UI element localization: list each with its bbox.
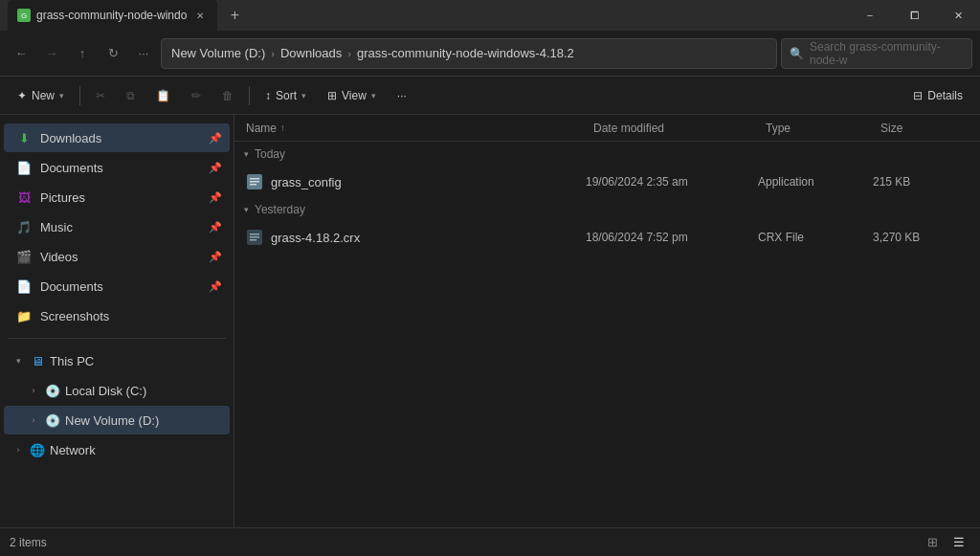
svg-rect-2 bbox=[250, 181, 259, 183]
grass-crx-size: 3,270 KB bbox=[873, 231, 969, 244]
new-volume-expand-icon: › bbox=[27, 413, 40, 427]
address-box[interactable]: New Volume (D:) › Downloads › grass-comm… bbox=[161, 38, 777, 69]
file-row-grass-config[interactable]: grass_config 19/06/2024 2:35 am Applicat… bbox=[238, 167, 976, 196]
cut-button[interactable]: ✂ bbox=[86, 81, 115, 110]
tab-close-button[interactable]: ✕ bbox=[192, 8, 208, 23]
sidebar-label-network: Network bbox=[50, 443, 222, 457]
status-item-count: 2 items bbox=[10, 536, 47, 549]
breadcrumb-folder[interactable]: grass-community-node-windows-4.18.2 bbox=[357, 46, 574, 60]
copy-icon: ⧉ bbox=[126, 89, 135, 102]
sidebar-local-disk[interactable]: › 💿 Local Disk (C:) bbox=[4, 376, 230, 405]
sidebar-pin-documents: 📌 bbox=[209, 162, 222, 174]
forward-button[interactable]: → bbox=[38, 40, 65, 67]
sidebar-divider bbox=[8, 338, 226, 339]
breadcrumb-new-volume[interactable]: New Volume (D:) bbox=[171, 46, 265, 60]
tab-area: G grass-community-node-windo ✕ + bbox=[8, 0, 848, 31]
sidebar-label-documents2: Documents bbox=[40, 279, 201, 294]
col-size-header: Size bbox=[877, 118, 972, 139]
minimize-button[interactable]: − bbox=[848, 0, 892, 31]
sidebar-label-pictures: Pictures bbox=[40, 190, 201, 205]
status-view-controls: ⊞ ☰ bbox=[921, 532, 970, 553]
svg-rect-7 bbox=[250, 239, 256, 241]
new-button[interactable]: ✦ New ▾ bbox=[8, 81, 74, 110]
back-button[interactable]: ← bbox=[8, 40, 34, 67]
toolbar: ✦ New ▾ ✂ ⧉ 📋 ✏ 🗑 ↕ Sort ▾ ⊞ View ▾ ··· … bbox=[0, 77, 980, 115]
svg-rect-6 bbox=[250, 236, 259, 238]
details-icon: ⊟ bbox=[913, 89, 923, 102]
more-button[interactable]: ··· bbox=[388, 81, 416, 110]
paste-button[interactable]: 📋 bbox=[146, 81, 180, 110]
grid-view-button[interactable]: ⊞ bbox=[921, 532, 944, 553]
maximize-button[interactable]: ⧠ bbox=[892, 0, 936, 31]
sidebar-item-downloads[interactable]: ⬇ Downloads 📌 bbox=[4, 123, 230, 152]
sidebar-label-new-volume: New Volume (D:) bbox=[65, 413, 222, 428]
rename-button[interactable]: ✏ bbox=[182, 81, 211, 110]
sort-arrow: ▾ bbox=[301, 91, 306, 100]
recent-button[interactable]: ··· bbox=[130, 40, 157, 67]
main-layout: ⬇ Downloads 📌 📄 Documents 📌 🖼 Pictures 📌… bbox=[0, 115, 980, 527]
list-view-button[interactable]: ☰ bbox=[947, 532, 970, 553]
refresh-button[interactable]: ↻ bbox=[100, 40, 126, 67]
sidebar-item-music[interactable]: 🎵 Music 📌 bbox=[4, 212, 230, 241]
sidebar-pin-documents2: 📌 bbox=[209, 280, 222, 293]
grass-config-type: Application bbox=[758, 175, 873, 189]
breadcrumb-sep-2: › bbox=[347, 48, 351, 59]
close-button[interactable]: ✕ bbox=[936, 0, 980, 31]
sidebar-label-music: Music bbox=[40, 220, 201, 234]
grass-crx-type: CRX File bbox=[758, 231, 873, 244]
sort-by-size[interactable]: Size bbox=[877, 118, 972, 139]
new-icon: ✦ bbox=[17, 89, 27, 102]
sidebar-label-screenshots: Screenshots bbox=[40, 309, 222, 323]
sidebar-network[interactable]: › 🌐 Network bbox=[4, 435, 230, 464]
file-name-cell-grass-config: grass_config bbox=[246, 173, 586, 190]
grass-config-size: 215 KB bbox=[873, 175, 969, 189]
sidebar-item-documents2[interactable]: 📄 Documents 📌 bbox=[4, 272, 230, 300]
file-row-grass-crx[interactable]: grass-4.18.2.crx 18/06/2024 7:52 pm CRX … bbox=[238, 223, 976, 252]
breadcrumb-downloads[interactable]: Downloads bbox=[280, 46, 342, 60]
details-button[interactable]: ⊟ Details bbox=[903, 81, 972, 110]
sort-button[interactable]: ↕ Sort ▾ bbox=[256, 81, 316, 110]
window-controls: − ⧠ ✕ bbox=[848, 0, 980, 31]
sidebar-item-pictures[interactable]: 🖼 Pictures 📌 bbox=[4, 183, 230, 211]
sidebar-item-documents[interactable]: 📄 Documents 📌 bbox=[4, 153, 230, 182]
sidebar-item-videos[interactable]: 🎬 Videos 📌 bbox=[4, 242, 230, 271]
title-bar: G grass-community-node-windo ✕ + − ⧠ ✕ bbox=[0, 0, 980, 31]
sort-by-type[interactable]: Type bbox=[762, 118, 877, 139]
col-name-label: Name bbox=[246, 122, 277, 135]
rename-icon: ✏ bbox=[191, 89, 201, 102]
col-size-label: Size bbox=[880, 122, 902, 135]
active-tab[interactable]: G grass-community-node-windo ✕ bbox=[8, 0, 217, 31]
delete-button[interactable]: 🗑 bbox=[212, 81, 243, 110]
search-box[interactable]: 🔍 Search grass-community-node-w bbox=[781, 38, 972, 69]
sidebar-label-videos: Videos bbox=[40, 250, 201, 264]
sort-icon: ↕ bbox=[265, 89, 271, 102]
toolbar-sep-2 bbox=[249, 86, 250, 105]
group-today[interactable]: ▾ Today bbox=[234, 142, 980, 167]
new-tab-button[interactable]: + bbox=[221, 2, 248, 29]
group-yesterday[interactable]: ▾ Yesterday bbox=[234, 197, 980, 222]
grass-config-modified: 19/06/2024 2:35 am bbox=[586, 175, 758, 189]
network-expand-icon: › bbox=[11, 443, 25, 456]
sort-by-name[interactable]: Name ↑ bbox=[242, 118, 590, 139]
local-disk-icon: 💿 bbox=[44, 382, 61, 399]
sidebar-new-volume[interactable]: › 💿 New Volume (D:) bbox=[4, 406, 230, 434]
view-button[interactable]: ⊞ View ▾ bbox=[318, 81, 386, 110]
file-area: Name ↑ Date modified Type Size bbox=[234, 115, 980, 527]
videos-icon: 🎬 bbox=[15, 248, 33, 265]
up-button[interactable]: ↑ bbox=[69, 40, 96, 67]
today-group-label: Today bbox=[255, 147, 285, 161]
sidebar-this-pc[interactable]: ▾ 🖥 This PC bbox=[4, 346, 230, 375]
new-volume-icon: 💿 bbox=[44, 411, 61, 429]
pictures-icon: 🖼 bbox=[15, 189, 33, 206]
sidebar: ⬇ Downloads 📌 📄 Documents 📌 🖼 Pictures 📌… bbox=[0, 115, 234, 527]
local-disk-expand-icon: › bbox=[27, 384, 40, 397]
sidebar-item-screenshots[interactable]: 📁 Screenshots bbox=[4, 301, 230, 330]
view-arrow: ▾ bbox=[371, 91, 376, 100]
this-pc-expand-icon: ▾ bbox=[11, 354, 25, 367]
yesterday-group-arrow: ▾ bbox=[244, 205, 249, 214]
sort-by-modified[interactable]: Date modified bbox=[590, 118, 762, 139]
sidebar-label-downloads: Downloads bbox=[40, 131, 201, 145]
sidebar-pin-downloads: 📌 bbox=[209, 132, 222, 145]
col-type-header: Type bbox=[762, 118, 877, 139]
copy-button[interactable]: ⧉ bbox=[117, 81, 145, 110]
